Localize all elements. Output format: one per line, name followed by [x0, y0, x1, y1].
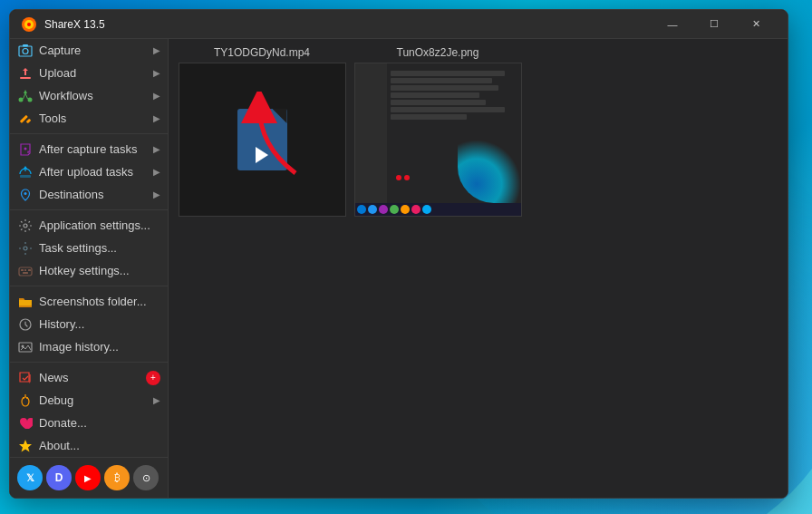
donate-label: Donate...	[39, 416, 160, 430]
window-controls: — ☐ ✕	[652, 10, 777, 39]
destinations-label: Destinations	[39, 188, 153, 201]
app-title: ShareX 13.5	[44, 18, 652, 31]
svg-rect-10	[26, 118, 32, 123]
tools-label: Tools	[39, 112, 153, 125]
discord-icon[interactable]: D	[46, 465, 72, 490]
github-icon[interactable]: ⊙	[133, 465, 159, 490]
svg-rect-17	[21, 269, 24, 271]
svg-point-25	[23, 397, 24, 399]
about-label: About...	[39, 439, 160, 452]
svg-marker-27	[19, 440, 32, 452]
svg-point-2	[27, 23, 31, 26]
svg-rect-20	[23, 272, 28, 274]
svg-point-8	[28, 97, 33, 102]
upload-icon	[17, 65, 34, 82]
minimize-button[interactable]: —	[652, 10, 693, 39]
sidebar-item-afterupload[interactable]: After upload tasks ▶	[10, 160, 168, 183]
sidebar-item-tasksettings[interactable]: Task settings...	[10, 237, 168, 259]
about-icon	[17, 438, 34, 454]
aftercapture-icon	[17, 141, 34, 158]
svg-point-26	[26, 397, 28, 399]
svg-point-15	[24, 247, 27, 250]
video-label: TY1ODGDyNd.mp4	[214, 46, 310, 59]
screenshot-label: TunOx8z2Je.png	[397, 46, 479, 59]
tools-icon	[17, 111, 34, 127]
svg-point-7	[19, 97, 24, 102]
svg-rect-16	[19, 267, 32, 276]
main-panel: TY1ODGDyNd.mp4 TunOx8z2Je.png	[169, 39, 788, 498]
sidebar-item-workflows[interactable]: Workflows ▶	[10, 84, 168, 107]
maximize-button[interactable]: ☐	[693, 10, 735, 39]
svg-rect-3	[19, 46, 32, 56]
sidebar: Capture ▶ Upload ▶	[10, 39, 169, 498]
bitcoin-icon[interactable]: ₿	[104, 465, 130, 490]
history-icon	[17, 316, 34, 333]
news-badge: +	[146, 371, 160, 385]
sidebar-item-destinations[interactable]: Destinations ▶	[10, 183, 168, 206]
svg-point-14	[24, 224, 27, 228]
aftercapture-label: After capture tasks	[39, 142, 153, 156]
debug-icon	[17, 393, 34, 409]
svg-rect-6	[20, 77, 31, 79]
screenshot-thumbnail[interactable]	[354, 63, 522, 217]
sidebar-item-debug[interactable]: Debug ▶	[10, 389, 168, 412]
sidebar-item-news[interactable]: News +	[10, 366, 168, 389]
screenshots-folder-icon	[17, 294, 34, 310]
sidebar-item-aftercapture[interactable]: After capture tasks ▶	[10, 138, 168, 160]
content-area: Capture ▶ Upload ▶	[10, 39, 788, 498]
screenshot-item[interactable]: TunOx8z2Je.png	[352, 46, 524, 217]
svg-rect-12	[20, 175, 31, 178]
svg-rect-22	[19, 343, 32, 352]
twitter-icon[interactable]: 𝕏	[17, 465, 43, 490]
sidebar-item-upload[interactable]: Upload ▶	[10, 62, 168, 84]
news-icon	[17, 370, 34, 386]
imghistory-icon	[17, 339, 34, 355]
sidebar-item-history[interactable]: History...	[10, 313, 168, 335]
imghistory-label: Image history...	[39, 340, 160, 354]
title-bar: ShareX 13.5 — ☐ ✕	[10, 10, 788, 39]
svg-rect-19	[28, 269, 31, 271]
divider-3	[10, 286, 168, 286]
app-icon	[21, 16, 37, 33]
close-button[interactable]: ✕	[735, 10, 777, 39]
sidebar-item-imghistory[interactable]: Image history...	[10, 335, 168, 358]
youtube-icon[interactable]: ▶	[75, 465, 101, 490]
sidebar-item-hotkeys[interactable]: Hotkey settings...	[10, 259, 168, 282]
video-file-icon	[237, 109, 287, 170]
sidebar-item-about[interactable]: About...	[10, 434, 168, 457]
sidebar-item-tools[interactable]: Tools ▶	[10, 107, 168, 130]
news-label: News	[39, 371, 142, 384]
afterupload-chevron: ▶	[153, 167, 160, 177]
svg-point-11	[24, 147, 27, 150]
svg-point-4	[23, 48, 28, 53]
appsettings-label: Application settings...	[39, 218, 160, 232]
tools-chevron: ▶	[153, 113, 160, 123]
history-label: History...	[39, 317, 160, 331]
workflows-icon	[17, 88, 34, 104]
destinations-chevron: ▶	[153, 189, 160, 199]
capture-label: Capture	[39, 44, 153, 57]
svg-rect-5	[23, 44, 28, 47]
capture-icon	[17, 43, 34, 59]
social-bar: 𝕏 D ▶ ₿ ⊙	[10, 457, 168, 498]
appsettings-icon	[17, 218, 34, 234]
upload-label: Upload	[39, 66, 153, 80]
workflows-label: Workflows	[39, 89, 153, 102]
video-thumbnail[interactable]	[179, 63, 346, 217]
upload-chevron: ▶	[153, 68, 160, 78]
aftercapture-chevron: ▶	[153, 144, 160, 154]
hotkeys-label: Hotkey settings...	[39, 264, 160, 277]
sidebar-item-screenshots[interactable]: Screenshots folder...	[10, 290, 168, 313]
destinations-icon	[17, 187, 34, 203]
sidebar-item-capture[interactable]: Capture ▶	[10, 39, 168, 62]
capture-chevron: ▶	[153, 45, 160, 55]
debug-chevron: ▶	[153, 395, 160, 405]
donate-icon	[17, 415, 34, 432]
video-item[interactable]: TY1ODGDyNd.mp4	[176, 46, 348, 217]
sidebar-item-appsettings[interactable]: Application settings...	[10, 214, 168, 237]
workflows-chevron: ▶	[153, 91, 160, 101]
divider-4	[10, 362, 168, 363]
sidebar-item-donate[interactable]: Donate...	[10, 412, 168, 434]
divider-1	[10, 133, 168, 134]
tasksettings-label: Task settings...	[39, 241, 160, 255]
